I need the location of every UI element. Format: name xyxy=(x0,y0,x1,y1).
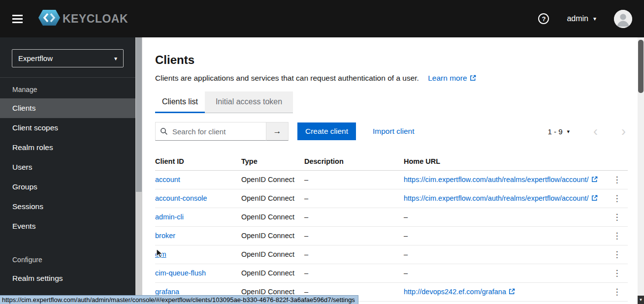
caret-down-icon: ▾ xyxy=(593,15,596,22)
external-link-icon xyxy=(591,176,598,184)
client-description: – xyxy=(304,194,308,202)
client-type: OpenID Connect xyxy=(241,232,294,240)
home-url-link[interactable]: http://devops242.ef.com/grafana xyxy=(404,288,506,296)
client-id-link[interactable]: account-console xyxy=(155,194,207,202)
tabs: Clients list Initial access token xyxy=(155,91,628,113)
table-header-row: Client ID Type Description Home URL xyxy=(155,152,628,170)
sidebar-item-clients[interactable]: Clients xyxy=(0,98,135,118)
home-url-link[interactable]: https://cim.expertflow.com/auth/realms/e… xyxy=(404,194,589,202)
sidebar-scrollbar-thumb[interactable] xyxy=(136,37,142,192)
nav-section-configure: Configure xyxy=(0,236,135,269)
avatar[interactable] xyxy=(614,10,632,28)
page-subtitle: Clients are applications and services th… xyxy=(155,73,628,84)
home-url-link[interactable]: https://cim.expertflow.com/auth/realms/e… xyxy=(404,176,589,183)
client-id-link[interactable]: cim xyxy=(155,250,166,258)
subtitle-text: Clients are applications and services th… xyxy=(155,74,419,82)
nav-section-manage: Manage xyxy=(0,78,135,98)
status-bar-url: https://cim.expertflow.com/auth/admin/ma… xyxy=(0,295,358,304)
scrollbar-down-arrow-icon[interactable]: ▼ xyxy=(638,296,644,304)
col-header-type: Type xyxy=(241,152,304,170)
row-actions-kebab-icon[interactable]: ⋮ xyxy=(606,231,628,241)
client-id-link[interactable]: admin-cli xyxy=(155,213,184,221)
sidebar-item-users[interactable]: Users xyxy=(0,157,135,177)
row-actions-kebab-icon[interactable]: ⋮ xyxy=(606,175,628,185)
col-header-client-id: Client ID xyxy=(155,152,241,170)
table-row: broker OpenID Connect – – ⋮ xyxy=(155,226,628,245)
pagination-next-button[interactable]: › xyxy=(621,126,626,136)
col-header-home-url: Home URL xyxy=(404,152,606,170)
home-url-empty: – xyxy=(404,232,408,240)
search-submit-button[interactable]: → xyxy=(266,122,289,141)
table-row: account OpenID Connect – https://cim.exp… xyxy=(155,170,628,189)
learn-more-label: Learn more xyxy=(428,74,467,82)
table-row: cim-queue-flush OpenID Connect – – ⋮ xyxy=(155,264,628,282)
row-actions-kebab-icon[interactable]: ⋮ xyxy=(606,212,628,222)
main-content: Clients Clients are applications and ser… xyxy=(142,37,638,304)
caret-down-icon: ▾ xyxy=(114,55,117,62)
pagination-range-label: 1 - 9 xyxy=(547,127,562,136)
external-link-icon xyxy=(591,195,598,203)
hamburger-menu-icon[interactable] xyxy=(12,13,24,25)
realm-selector[interactable]: Expertflow ▾ xyxy=(12,49,124,67)
row-actions-kebab-icon[interactable]: ⋮ xyxy=(606,287,628,297)
pagination: 1 - 9 ▾ ‹ › xyxy=(547,126,626,136)
clients-table: Client ID Type Description Home URL acco… xyxy=(155,152,628,302)
row-actions-kebab-icon[interactable]: ⋮ xyxy=(606,193,628,204)
keycloak-logo-icon xyxy=(38,9,61,28)
sidebar-item-realm-roles[interactable]: Realm roles xyxy=(0,138,135,157)
client-description: – xyxy=(304,176,308,183)
client-type: OpenID Connect xyxy=(241,176,294,183)
col-header-description: Description xyxy=(304,152,404,170)
learn-more-link[interactable]: Learn more xyxy=(428,74,476,82)
pagination-prev-button[interactable]: ‹ xyxy=(593,126,598,136)
client-description: – xyxy=(304,250,308,258)
external-link-icon xyxy=(470,73,476,84)
client-description: – xyxy=(304,288,308,296)
client-type: OpenID Connect xyxy=(241,288,294,296)
client-type: OpenID Connect xyxy=(241,250,294,258)
keycloak-logo: KEYCLOAK xyxy=(38,9,128,28)
user-menu-label: admin xyxy=(567,14,588,23)
client-type: OpenID Connect xyxy=(241,213,294,221)
client-id-link[interactable]: cim-queue-flush xyxy=(155,269,206,277)
home-url-empty: – xyxy=(404,250,408,258)
import-client-link[interactable]: Import client xyxy=(373,127,414,136)
sidebar-scrollbar[interactable] xyxy=(135,37,142,304)
tab-initial-access-token[interactable]: Initial access token xyxy=(205,91,293,113)
realm-selector-label: Expertflow xyxy=(18,54,53,62)
client-id-link[interactable]: broker xyxy=(155,232,175,240)
create-client-button[interactable]: Create client xyxy=(297,122,356,140)
row-actions-kebab-icon[interactable]: ⋮ xyxy=(606,268,628,278)
home-url-empty: – xyxy=(404,213,408,221)
brand-text: KEYCLOAK xyxy=(63,12,128,26)
external-link-icon xyxy=(509,288,515,296)
search-input[interactable] xyxy=(155,122,266,141)
help-icon[interactable]: ? xyxy=(538,13,549,24)
tab-clients-list[interactable]: Clients list xyxy=(155,91,205,113)
app-header: KEYCLOAK ? admin ▾ xyxy=(0,0,644,37)
page-scrollbar[interactable]: ▼ xyxy=(638,37,644,304)
client-description: – xyxy=(304,269,308,277)
sidebar: Expertflow ▾ Manage Clients Client scope… xyxy=(0,37,135,304)
table-row: admin-cli OpenID Connect – – ⋮ xyxy=(155,208,628,226)
user-menu[interactable]: admin ▾ xyxy=(567,14,596,23)
client-description: – xyxy=(304,232,308,240)
arrow-right-icon: → xyxy=(273,126,282,136)
page-scrollbar-thumb[interactable] xyxy=(638,40,644,93)
toolbar: → Create client Import client 1 - 9 ▾ ‹ … xyxy=(155,122,628,141)
client-type: OpenID Connect xyxy=(241,194,294,202)
home-url-empty: – xyxy=(404,269,408,277)
client-id-link[interactable]: account xyxy=(155,176,180,183)
pagination-range-dropdown[interactable]: 1 - 9 ▾ xyxy=(547,127,570,136)
sidebar-item-realm-settings[interactable]: Realm settings xyxy=(0,269,135,288)
client-type: OpenID Connect xyxy=(241,269,294,277)
sidebar-item-sessions[interactable]: Sessions xyxy=(0,197,135,216)
client-description: – xyxy=(304,213,308,221)
sidebar-item-groups[interactable]: Groups xyxy=(0,177,135,197)
row-actions-kebab-icon[interactable]: ⋮ xyxy=(606,249,628,260)
page-title: Clients xyxy=(155,53,628,67)
caret-down-icon: ▾ xyxy=(567,128,570,135)
client-id-link[interactable]: grafana xyxy=(155,288,179,296)
sidebar-item-events[interactable]: Events xyxy=(0,216,135,236)
sidebar-item-client-scopes[interactable]: Client scopes xyxy=(0,118,135,138)
